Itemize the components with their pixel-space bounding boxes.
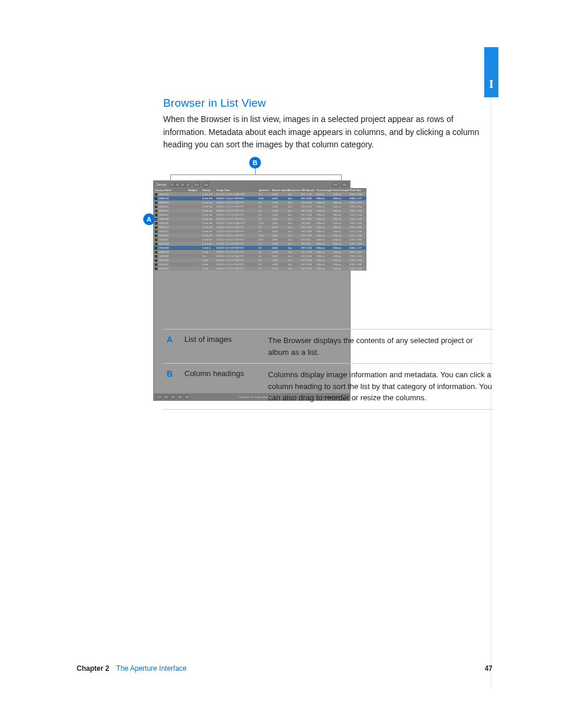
column-header[interactable]: Focal Length — [332, 188, 348, 192]
table-row[interactable]: JM03754★★★★★3/18/07 1:44:47 PM PDTf/2.81… — [154, 196, 366, 200]
leader-line — [157, 191, 161, 192]
leader-line — [341, 174, 342, 184]
table-row[interactable]: JM05693★★★3/18/07 1:57:21 PM PDTf/41/500… — [154, 250, 366, 254]
section-heading: Browser in List View — [163, 97, 493, 110]
table-row[interactable]: JM05689★★★3/18/07 1:57:21 PM PDTf/41/500… — [154, 258, 366, 262]
chapter-tab: I — [484, 47, 498, 97]
toolbar-button[interactable] — [342, 183, 348, 187]
table-row[interactable]: JM13168★★★★5/14/07 4:37:03 PM PDTf/41/64… — [154, 246, 366, 250]
leader-line — [255, 169, 256, 174]
legend-description: Columns display image information and me… — [268, 369, 493, 404]
page-number: 47 — [485, 664, 492, 673]
browser-list-table[interactable]: Version NameBadgesRatingImage DateApertu… — [154, 188, 366, 271]
page-footer: Chapter 2 The Aperture Interface 47 — [77, 664, 492, 673]
legend-key: A — [163, 335, 184, 358]
callout-legend-table: A List of images The Browser displays th… — [163, 329, 493, 410]
table-row[interactable]: JM05690★★★★★3/18/07 1:57:21 PM PDTf/41/5… — [154, 200, 366, 205]
column-header[interactable]: Rating — [201, 188, 215, 192]
toolbar-label: Canvas — [156, 183, 166, 186]
table-row[interactable]: JM05695★★★3/18/07 1:57:21 PM PDTf/41/500… — [154, 266, 366, 271]
column-header[interactable]: Badges — [187, 188, 201, 192]
toolbar-button[interactable] — [203, 183, 209, 187]
table-row[interactable]: JM15016★★★★★5/23/07 9:40:51 PM PDTf/2.81… — [154, 233, 366, 238]
table-row[interactable]: JM09380★★★★★3/31/07 11:04:41 AM PDTf/2.8… — [154, 221, 366, 225]
table-row[interactable]: JM05694★★★★★3/18/07 1:57:21 PM PDTf/41/5… — [154, 205, 366, 209]
table-row[interactable]: JM05698★★★★★3/18/07 1:57:21 PM PDTf/41/5… — [154, 217, 366, 221]
legend-title: List of images — [184, 335, 268, 358]
table-row[interactable]: JM09080★★3/31/07 10:55:37 AM PDTf/41/640… — [154, 254, 366, 258]
table-row[interactable]: JM13639★★★★★5/16/07 4:25:03 PM PDTf/41/6… — [154, 242, 366, 246]
table-row[interactable]: JM03498★★★★★3/14/07 12:43:14 AM PDTf/41/… — [154, 192, 366, 196]
callout-a-badge: A — [143, 213, 155, 225]
table-row[interactable]: JM13614★★★★★5/16/07 8:35:41 PM PDTf/41/6… — [154, 225, 366, 229]
toolbar-button[interactable] — [194, 183, 200, 187]
legend-description: The Browser displays the contents of any… — [268, 335, 493, 358]
column-header-row[interactable]: Version NameBadgesRatingImage DateApertu… — [154, 188, 366, 192]
leader-line — [170, 174, 341, 175]
column-header[interactable]: Exposure — [287, 188, 300, 192]
column-header[interactable]: Image Date — [215, 188, 257, 192]
leader-line — [157, 191, 158, 248]
column-header[interactable]: Pixel Size — [348, 188, 366, 192]
column-header[interactable]: ISO Speed — [300, 188, 315, 192]
table-row[interactable]: JM05697★★★★★3/18/07 1:57:23 PM PDTf/41/5… — [154, 213, 366, 217]
leader-line — [170, 174, 171, 184]
legend-key: B — [163, 369, 184, 404]
column-header[interactable]: Aperture — [257, 188, 270, 192]
intro-paragraph: When the Browser is in list view, images… — [163, 113, 493, 151]
table-row[interactable]: JM13637★★★★★5/16/07 4:25:01 PM PDTf/3.21… — [154, 238, 366, 242]
toolbar-button[interactable] — [332, 183, 338, 187]
table-row[interactable]: JM05696★★★★★3/18/07 1:57:21 PM PDTf/41/5… — [154, 209, 366, 213]
footer-button[interactable] — [156, 395, 162, 399]
table-row[interactable]: JM15015★★★★★5/23/07 9:40:51 PM PDTf/41/6… — [154, 229, 366, 233]
legend-title: Column headings — [184, 369, 268, 404]
leader-line — [157, 248, 161, 249]
view-mode-buttons[interactable] — [170, 183, 190, 187]
chapter-tab-label: I — [484, 78, 499, 91]
column-header[interactable]: Shutter Speed — [270, 188, 287, 192]
chapter-title: The Aperture Interface — [116, 664, 186, 673]
callout-b-badge: B — [249, 157, 261, 169]
table-row[interactable]: JM05692★★★3/18/07 1:57:21 PM PDTf/41/500… — [154, 262, 366, 266]
browser-toolbar: Canvas — [154, 181, 350, 188]
legend-row: A List of images The Browser displays th… — [163, 330, 493, 364]
chapter-number: Chapter 2 — [77, 664, 109, 673]
column-header[interactable]: Focal Length — [315, 188, 332, 192]
legend-row: B Column headings Columns display image … — [163, 364, 493, 410]
